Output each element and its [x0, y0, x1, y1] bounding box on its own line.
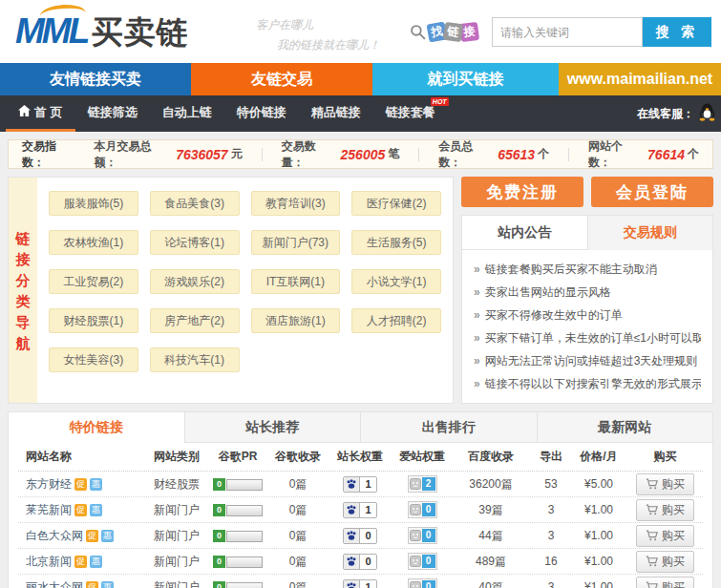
search-button[interactable]: 搜 索 — [643, 17, 711, 47]
column-header: 导出 — [532, 449, 570, 465]
nav-item[interactable]: 特价链接 — [224, 95, 299, 132]
register-button[interactable]: 免费注册 — [461, 177, 583, 207]
pr-value: 0 — [213, 478, 225, 491]
discount-badge-icon: 惠 — [101, 530, 114, 542]
category-button[interactable]: 服装服饰(5) — [49, 191, 138, 216]
promo-badge-icon: 促 — [74, 478, 87, 491]
category-button[interactable]: 新闻门户(73) — [251, 230, 341, 255]
aizhan-weight-value: 0 — [422, 555, 435, 568]
google-pr-cell: 0 — [205, 503, 270, 516]
rule-item[interactable]: »卖家出售网站的显示风格 — [474, 281, 701, 304]
nav-item[interactable]: 链接筛选 — [75, 95, 150, 132]
category-button[interactable]: 小说文学(1) — [351, 269, 441, 294]
category-button[interactable]: 人才招聘(2) — [351, 308, 441, 333]
chinaz-weight-value: 1 — [360, 504, 376, 515]
site-name-link[interactable]: 丽水大众网 — [26, 580, 83, 588]
site-name-link[interactable]: 北京新闻 — [26, 555, 72, 568]
price-per-month: ¥5.00 — [570, 477, 627, 491]
baidu-index: 489篇 — [450, 554, 532, 570]
rule-item[interactable]: »买家不得修改生效中的订单 — [474, 304, 701, 326]
banner-segment[interactable]: 友链交易 — [191, 63, 372, 95]
buy-button[interactable]: 购买 — [636, 499, 694, 521]
column-header: 谷歌PR — [205, 449, 270, 465]
bear-icon — [410, 504, 421, 515]
qq-penguin-icon — [699, 103, 715, 124]
discount-badge-icon: 惠 — [101, 581, 114, 588]
pr-bar — [226, 531, 263, 542]
category-side-char: 航 — [16, 333, 31, 353]
category-button[interactable]: 教育培训(3) — [251, 191, 341, 216]
buy-button[interactable]: 购买 — [636, 525, 694, 547]
nav-item[interactable]: 精品链接 — [299, 95, 373, 132]
site-category: 新闻门户 — [148, 502, 205, 518]
category-button[interactable]: IT互联网(1) — [251, 269, 341, 294]
category-button[interactable]: 女性美容(3) — [49, 347, 138, 372]
banner-segment[interactable]: 就到买链接 — [372, 63, 559, 95]
rule-item[interactable]: »买家下错订单，未生效的订单≤1小时可以取消 — [474, 326, 701, 349]
hot-badge: HOT — [431, 97, 449, 106]
rule-item[interactable]: »链接不得以以下对搜索引擎无效的形式展示 — [474, 372, 701, 395]
table-row: 东方财经促惠财经股票00篇1236200篇53¥5.00购买 — [18, 472, 703, 497]
stat-value: 76614 — [647, 147, 685, 162]
login-button[interactable]: 会员登陆 — [591, 177, 713, 207]
stat-item: 会员总数：65613 个 — [438, 138, 549, 171]
category-button[interactable]: 论坛博客(1) — [150, 230, 240, 255]
rule-item[interactable]: »网站无法正常访问或掉链超过3天处理规则 — [474, 349, 701, 372]
aizhan-weight-value: 2 — [422, 477, 435, 491]
category-button[interactable]: 酒店旅游(1) — [251, 308, 341, 333]
bear-icon — [410, 478, 421, 490]
banner-segment[interactable]: www.maimailian.net — [559, 63, 721, 95]
pr-value: 0 — [213, 556, 225, 568]
site-name-link[interactable]: 东方财经 — [26, 477, 72, 491]
category-button[interactable]: 工业贸易(2) — [49, 269, 138, 294]
category-button[interactable]: 科技汽车(1) — [150, 347, 240, 372]
export-count: 16 — [532, 555, 570, 568]
listing-tab[interactable]: 出售排行 — [361, 412, 538, 443]
aizhan-weight-cell: 2 — [394, 475, 450, 493]
buy-button[interactable]: 购买 — [636, 473, 694, 495]
pr-value: 0 — [213, 530, 225, 542]
notice-tab[interactable]: 交易规则 — [587, 216, 713, 250]
site-name-cell: 莱芜新闻促惠 — [18, 502, 148, 518]
category-button[interactable]: 生活服务(5) — [351, 230, 441, 255]
site-name-link[interactable]: 白色大众网 — [26, 529, 83, 542]
chinaz-weight-value: 1 — [360, 478, 376, 490]
notice-tab[interactable]: 站内公告 — [462, 216, 587, 250]
category-button[interactable]: 房产地产(2) — [150, 308, 240, 333]
stat-item: 交易数量：256005 笔 — [282, 138, 400, 171]
search-icon — [410, 24, 426, 40]
rule-item[interactable]: »链接套餐购买后买家不能主动取消 — [474, 258, 701, 281]
nav-item[interactable]: 链接套餐HOT — [373, 95, 448, 132]
buy-cell: 购买 — [627, 577, 703, 588]
category-button[interactable]: 食品美食(3) — [150, 191, 240, 216]
nav-item-label: 自动上链 — [162, 95, 212, 129]
category-button[interactable]: 医疗保健(2) — [351, 191, 441, 216]
nav-item[interactable]: 首 页 — [6, 95, 75, 132]
google-index: 0篇 — [270, 528, 326, 544]
banner-segment[interactable]: 友情链接买卖 — [0, 63, 191, 95]
nav-item[interactable]: 自动上链 — [150, 95, 224, 132]
category-button[interactable]: 农林牧渔(1) — [49, 230, 138, 255]
site-name-link[interactable]: 莱芜新闻 — [26, 503, 72, 516]
column-header: 价格/月 — [570, 449, 627, 465]
nav-items: 首 页链接筛选自动上链特价链接精品链接链接套餐HOT — [6, 95, 448, 132]
stat-unit: 元 — [231, 146, 243, 162]
stats-label: 交易指数： — [22, 138, 79, 171]
rule-text: 买家下错订单，未生效的订单≤1小时可以取消 — [485, 331, 701, 345]
google-pr-cell: 0 — [205, 477, 270, 491]
listing-tab[interactable]: 站长推荐 — [185, 412, 362, 443]
listing-tab[interactable]: 最新网站 — [538, 412, 713, 443]
listing-tab[interactable]: 特价链接 — [9, 412, 185, 443]
column-header: 爱站权重 — [394, 449, 450, 465]
stat-value: 7636057 — [176, 147, 228, 162]
google-index: 0篇 — [270, 476, 326, 493]
category-button[interactable]: 游戏娱乐(2) — [150, 269, 240, 294]
buy-button[interactable]: 购买 — [636, 551, 694, 573]
online-service[interactable]: 在线客服： — [637, 95, 715, 132]
category-button[interactable]: 财经股票(1) — [49, 308, 138, 333]
find-link-tile: 链 — [443, 22, 463, 42]
search-input[interactable] — [492, 17, 643, 47]
site-logo[interactable]: MML 买卖链 — [15, 11, 189, 54]
buy-button[interactable]: 购买 — [636, 577, 694, 588]
site-name-cell: 白色大众网促惠 — [18, 528, 148, 544]
